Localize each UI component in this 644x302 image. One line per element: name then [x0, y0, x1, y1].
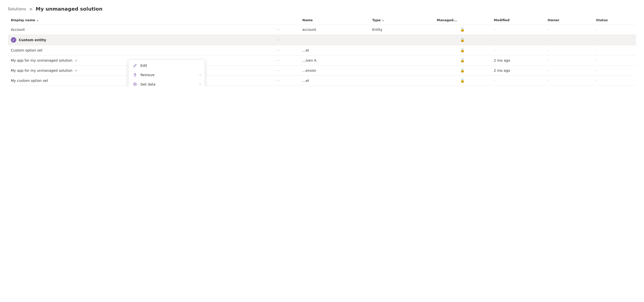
table-row[interactable]: My custom option set ··· ...et 🔒 - - -	[8, 76, 636, 86]
cell-name: account	[300, 25, 369, 35]
cell-type	[369, 35, 434, 45]
submenu-arrow-icon: ›	[200, 73, 201, 77]
cell-dots[interactable]: ···	[272, 45, 300, 55]
col-header-type[interactable]: Type ⌄	[369, 16, 434, 25]
table-header-row: Display name ⌄ Name Type ⌄ Managed...	[8, 16, 636, 25]
cell-dots[interactable]: ···	[272, 35, 300, 45]
col-header-name: Name	[300, 16, 369, 25]
col-header-display-name[interactable]: Display name ⌄	[8, 16, 272, 25]
svg-rect-0	[134, 74, 136, 76]
cell-dots[interactable]: ···	[272, 25, 300, 35]
table-row[interactable]: ✓ Custom entity ··· 🔒 - - -	[8, 35, 636, 45]
cell-name: ...et	[300, 45, 369, 55]
submenu-arrow-icon: ›	[200, 83, 201, 86]
cell-modified: -	[491, 45, 545, 55]
cell-display-name: Custom option set	[8, 45, 272, 55]
cell-owner: -	[544, 25, 593, 35]
menu-item-remove[interactable]: Remove ›	[128, 70, 205, 80]
cell-type	[369, 55, 434, 66]
cell-modified: -	[491, 76, 545, 86]
cell-status: -	[593, 25, 636, 35]
row-more-button[interactable]: ···	[275, 27, 282, 32]
table-row[interactable]: Custom option set ··· ...et 🔒 - - -	[8, 45, 636, 55]
menu-item-remove-label: Remove	[140, 73, 154, 77]
menu-item-edit[interactable]: Edit	[128, 61, 205, 70]
cell-owner: -	[544, 35, 593, 45]
cell-type	[369, 45, 434, 55]
cell-display-name: Account	[8, 25, 272, 35]
menu-item-edit-label: Edit	[140, 64, 147, 68]
cell-owner: -	[544, 45, 593, 55]
row-more-button[interactable]: ···	[275, 58, 282, 63]
cell-status: -	[593, 45, 636, 55]
context-menu: Edit Remove › Get data ›	[128, 60, 205, 86]
cell-modified: 2 mo ago	[491, 66, 545, 76]
cell-dots[interactable]: ···	[272, 76, 300, 86]
lock-icon: 🔒	[460, 58, 465, 63]
row-more-button[interactable]: ···	[275, 48, 282, 53]
table-row[interactable]: My app for my unmanaged solution ↗ ··· .…	[8, 66, 636, 76]
cell-dots[interactable]: ···	[272, 55, 300, 66]
cell-name	[300, 35, 369, 45]
selected-check-icon: ✓	[11, 37, 16, 43]
col-header-owner: Owner	[544, 16, 593, 25]
cell-modified: -	[491, 25, 545, 35]
row-more-button[interactable]: ···	[275, 68, 282, 73]
breadcrumb-current: My unmanaged solution	[36, 6, 103, 12]
cell-managed: 🔒	[434, 45, 491, 55]
lock-icon: 🔒	[460, 48, 465, 52]
cell-managed: 🔒	[434, 76, 491, 86]
cell-status: -	[593, 55, 636, 66]
lock-icon: 🔒	[460, 27, 465, 32]
col-header-dots	[272, 16, 300, 25]
edit-icon	[132, 63, 138, 68]
cell-modified: 2 mo ago	[491, 55, 545, 66]
cell-managed: 🔒	[434, 35, 491, 45]
lock-icon: 🔒	[460, 38, 465, 42]
external-link-icon: ↗	[75, 69, 77, 72]
sort-arrow-icon: ⌄	[36, 18, 39, 22]
cell-owner: -	[544, 66, 593, 76]
cell-name: ...iven A	[300, 55, 369, 66]
cell-managed: 🔒	[434, 66, 491, 76]
trash-icon	[132, 72, 138, 77]
cell-owner: -	[544, 76, 593, 86]
table-row[interactable]: My app for my unmanaged solution ↗ ··· .…	[8, 55, 636, 66]
cell-name: ...ensior	[300, 66, 369, 76]
cell-status: -	[593, 66, 636, 76]
cell-type	[369, 66, 434, 76]
cell-type	[369, 76, 434, 86]
col-header-status: Status	[593, 16, 636, 25]
menu-item-get-data[interactable]: Get data ›	[128, 80, 205, 86]
col-header-managed: Managed...	[434, 16, 491, 25]
row-more-button[interactable]: ···	[275, 78, 282, 83]
database-icon	[132, 82, 138, 86]
svg-point-3	[134, 83, 136, 84]
row-more-button[interactable]: ···	[275, 37, 282, 42]
breadcrumb-separator: >	[29, 6, 33, 11]
cell-modified: -	[491, 35, 545, 45]
cell-managed: 🔒	[434, 25, 491, 35]
col-header-modified: Modified	[491, 16, 545, 25]
breadcrumb-parent[interactable]: Solutions	[8, 7, 26, 11]
cell-owner: -	[544, 55, 593, 66]
lock-icon: 🔒	[460, 68, 465, 73]
cell-name: ...et	[300, 76, 369, 86]
table-container: Display name ⌄ Name Type ⌄ Managed...	[0, 16, 644, 86]
table-row[interactable]: Account ··· account Entity 🔒 - - -	[8, 25, 636, 35]
cell-status: -	[593, 35, 636, 45]
breadcrumb: Solutions > My unmanaged solution	[0, 0, 644, 16]
solutions-table: Display name ⌄ Name Type ⌄ Managed...	[8, 16, 636, 86]
cell-dots[interactable]: ···	[272, 66, 300, 76]
cell-type: Entity	[369, 25, 434, 35]
external-link-icon: ↗	[75, 59, 77, 62]
cell-status: -	[593, 76, 636, 86]
sort-arrow-type-icon: ⌄	[382, 18, 384, 22]
lock-icon: 🔒	[460, 78, 465, 83]
menu-item-get-data-label: Get data	[140, 82, 156, 86]
cell-managed: 🔒	[434, 55, 491, 66]
cell-display-name: ✓ Custom entity	[8, 35, 272, 45]
